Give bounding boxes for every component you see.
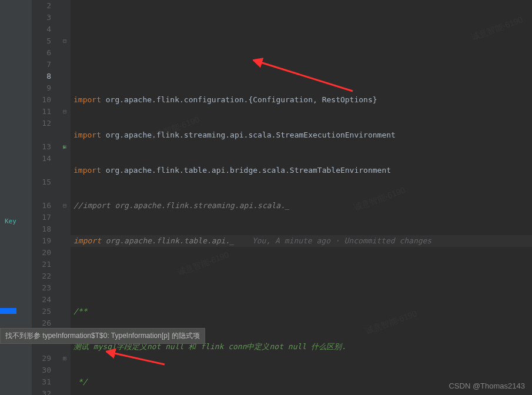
- line-number[interactable]: 9: [32, 82, 51, 94]
- line-number[interactable]: 6: [32, 47, 51, 59]
- keyword: import: [73, 130, 101, 139]
- line-number[interactable]: 12: [32, 118, 51, 129]
- csdn-watermark: CSDN @Thomas2143: [449, 381, 525, 390]
- line-number[interactable]: 25: [32, 306, 51, 317]
- line-number[interactable]: 30: [32, 364, 51, 376]
- line-number[interactable]: 18: [32, 223, 51, 235]
- line-number[interactable]: [32, 165, 51, 176]
- line-number[interactable]: 31: [32, 376, 51, 388]
- line-number[interactable]: 17: [32, 212, 51, 223]
- line-number[interactable]: 13: [32, 141, 51, 153]
- keyword: import: [73, 166, 101, 175]
- fold-icon[interactable]: ⊟: [63, 106, 66, 118]
- line-number[interactable]: 4: [32, 24, 51, 35]
- line-number[interactable]: 23: [32, 282, 51, 294]
- line-number-current[interactable]: 8: [32, 71, 51, 82]
- line-number[interactable]: 11: [32, 106, 51, 118]
- line-number[interactable]: 26: [32, 317, 51, 329]
- line-number[interactable]: 24: [32, 294, 51, 306]
- import-path: org.apache.flink.configuration.{Configur…: [101, 95, 377, 104]
- line-number[interactable]: 29: [32, 353, 51, 364]
- line-number[interactable]: 3: [32, 12, 51, 24]
- doc-comment: */: [73, 377, 87, 386]
- line-number[interactable]: 16: [32, 200, 51, 212]
- line-number[interactable]: 15: [32, 176, 51, 188]
- line-number[interactable]: 7: [32, 59, 51, 71]
- fold-icon[interactable]: ⊞: [63, 353, 66, 364]
- line-number[interactable]: 19: [32, 235, 51, 247]
- line-number[interactable]: 2: [32, 0, 51, 12]
- comment: //import org.apache.flink.streaming.api.…: [73, 201, 290, 210]
- keyword: import: [73, 236, 101, 245]
- doc-comment: /**: [73, 307, 87, 316]
- keyword: import: [73, 95, 101, 104]
- error-tooltip: 找不到形参 typeInformation$T$0: TypeInformati…: [0, 328, 205, 344]
- line-number[interactable]: 14: [32, 153, 51, 165]
- line-number[interactable]: 20: [32, 247, 51, 259]
- line-number[interactable]: 32: [32, 388, 51, 395]
- line-number[interactable]: 5: [32, 35, 51, 47]
- import-path: org.apache.flink.streaming.api.scala.Str…: [101, 130, 396, 139]
- line-number[interactable]: [32, 188, 51, 200]
- import-path: org.apache.flink.table.api._: [101, 236, 235, 245]
- line-number[interactable]: [32, 129, 51, 141]
- fold-icon[interactable]: ⊟: [63, 200, 66, 212]
- import-path: org.apache.flink.table.api.bridge.scala.…: [101, 166, 391, 175]
- line-number[interactable]: 21: [32, 259, 51, 270]
- line-number[interactable]: 22: [32, 270, 51, 282]
- panel-key-label[interactable]: Key: [5, 217, 16, 225]
- fold-icon[interactable]: ⊟: [63, 141, 66, 153]
- active-indicator: [0, 308, 16, 314]
- git-blame-annotation: You, A minute ago · Uncommitted changes: [252, 236, 431, 245]
- line-number[interactable]: 10: [32, 94, 51, 106]
- fold-icon[interactable]: ⊟: [63, 35, 66, 47]
